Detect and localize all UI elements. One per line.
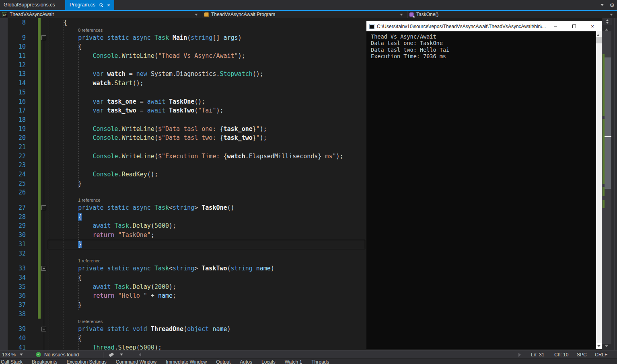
panel-tab-autos[interactable]: Autos xyxy=(240,359,252,364)
tab-globalsuppressions[interactable]: GlobalSuppressions.cs xyxy=(0,0,62,10)
health-check-icon: ✓ xyxy=(36,352,41,357)
code-line[interactable]: 15 xyxy=(0,88,367,97)
maximize-button[interactable] xyxy=(565,21,583,31)
codelens-references[interactable]: 1 reference xyxy=(78,258,101,263)
code-line[interactable]: 26 xyxy=(0,188,367,197)
code-line[interactable]: 37 } xyxy=(0,301,367,310)
scroll-up-icon[interactable] xyxy=(605,27,608,31)
panel-tab-command-window[interactable]: Command Window xyxy=(116,359,156,364)
zoom-level: 133 % xyxy=(2,352,16,358)
fold-collapse-icon[interactable]: – xyxy=(41,205,46,210)
code-line[interactable]: 10 { xyxy=(0,42,367,51)
code-line[interactable]: 12 xyxy=(0,61,367,70)
scroll-right-icon[interactable] xyxy=(518,353,523,357)
code-line[interactable]: 36 return "Hello " + name; xyxy=(0,291,367,301)
code-line[interactable]: 40 { xyxy=(0,334,367,343)
scrollbar-thumb[interactable] xyxy=(605,57,611,189)
code-line[interactable]: 19 Console.WriteLine($"Data tasl one: {t… xyxy=(0,125,367,134)
type-dropdown[interactable]: TheadVsAsyncAwait.Program xyxy=(202,11,407,18)
panel-tab-output[interactable]: Output xyxy=(216,359,230,364)
codelens-references[interactable]: 0 references xyxy=(78,319,103,324)
console-scrollbar[interactable] xyxy=(596,31,602,349)
code-line[interactable]: 16 var task_one = await TaskOne(); xyxy=(0,97,367,106)
codelens-row[interactable]: 0 references xyxy=(0,319,367,325)
fold-collapse-icon[interactable]: – xyxy=(41,35,46,40)
code-line[interactable]: 24 Console.ReadKey(); xyxy=(0,170,367,179)
fold-collapse-icon[interactable]: – xyxy=(41,327,46,331)
code-line[interactable]: 29 await Task.Delay(5000); xyxy=(0,221,367,231)
indent-mode-indicator[interactable]: SPC xyxy=(577,352,595,358)
panel-tab-call-stack[interactable]: Call Stack xyxy=(1,359,23,364)
project-name: TheadVsAsyncAwait xyxy=(10,12,54,17)
console-window[interactable]: C:\Users\tainv10\source\repos\TheadVsAsy… xyxy=(366,21,602,349)
scroll-up-icon[interactable] xyxy=(596,33,600,36)
code-rows: 8 {0 references9– private static async T… xyxy=(0,18,367,350)
code-line[interactable]: 9– private static async Task Main(string… xyxy=(0,33,367,43)
code-line[interactable]: 17 var task_two = await TaskTwo("Tai"); xyxy=(0,106,367,115)
member-dropdown[interactable]: TaskOne() xyxy=(407,11,617,18)
code-line[interactable]: 35 await Task.Delay(2000); xyxy=(0,282,367,292)
line-ending-indicator[interactable]: CRLF xyxy=(595,352,609,358)
code-line[interactable]: 33– private static async Task<string> Ta… xyxy=(0,264,367,273)
code-line[interactable]: 28 { xyxy=(0,213,367,222)
panel-tab-locals[interactable]: Locals xyxy=(261,359,276,364)
scroll-down-icon[interactable] xyxy=(605,345,608,349)
health-text[interactable]: No issues found xyxy=(44,352,79,358)
code-line[interactable]: 18 xyxy=(0,115,367,125)
code-line[interactable]: 41 Thread.Sleep(5000); xyxy=(0,343,367,350)
console-line: Data tasl two: Hello Tai xyxy=(371,47,596,53)
line-number: 30 xyxy=(7,231,26,240)
chevron-down-icon[interactable] xyxy=(120,354,123,357)
document-tab-bar: GlobalSuppressions.cs Program.cs × ⚙ xyxy=(0,0,617,10)
console-title-bar[interactable]: C:\Users\tainv10\source\repos\TheadVsAsy… xyxy=(366,21,602,31)
close-tab-icon[interactable]: × xyxy=(107,3,110,7)
code-line[interactable]: 22 Console.WriteLine($"Execution Time: {… xyxy=(0,152,367,161)
project-dropdown[interactable]: C# TheadVsAsyncAwait xyxy=(0,11,202,18)
gear-icon[interactable]: ⚙ xyxy=(609,2,615,8)
codelens-row[interactable]: 1 reference xyxy=(0,258,367,264)
panel-tab-exception-settings[interactable]: Exception Settings xyxy=(66,359,106,364)
code-line[interactable]: 21 xyxy=(0,143,367,152)
navigation-bar: C# TheadVsAsyncAwait TheadVsAsyncAwait.P… xyxy=(0,11,617,18)
tab-program-active[interactable]: Program.cs × xyxy=(65,0,114,10)
code-line[interactable]: 30 return "TaskOne"; xyxy=(0,231,367,240)
code-line[interactable]: 8 { xyxy=(0,18,367,27)
code-line[interactable]: 31 } xyxy=(0,240,367,249)
close-button[interactable]: × xyxy=(583,21,602,31)
panel-tab-threads[interactable]: Threads xyxy=(311,359,329,364)
code-line[interactable]: 25 } xyxy=(0,179,367,188)
code-line[interactable]: 34 { xyxy=(0,273,367,282)
code-line[interactable]: 14 watch.Start(); xyxy=(0,79,367,88)
minimize-button[interactable]: – xyxy=(546,21,565,31)
codelens-references[interactable]: 0 references xyxy=(78,28,103,33)
code-line[interactable]: 38 xyxy=(0,310,367,319)
scroll-down-button[interactable] xyxy=(596,343,602,349)
line-number: 29 xyxy=(7,221,26,231)
split-down-arrow-icon xyxy=(606,22,609,25)
console-scrollbar-thumb[interactable] xyxy=(596,37,602,43)
split-editor-handle[interactable] xyxy=(603,18,612,25)
zoom-control[interactable]: 133 % xyxy=(0,352,27,358)
panel-tab-watch-1[interactable]: Watch 1 xyxy=(285,359,302,364)
code-line[interactable]: 20 Console.WriteLine($"Data tasl two: {t… xyxy=(0,133,367,143)
code-line[interactable]: 27– private static async Task<string> Ta… xyxy=(0,203,367,213)
code-line[interactable]: 32 xyxy=(0,249,367,258)
code-line[interactable]: 39– private static void ThreadOne(object… xyxy=(0,325,367,334)
scroll-left-icon[interactable] xyxy=(137,353,141,357)
tab-list-chevron-icon[interactable] xyxy=(601,4,604,8)
codelens-row[interactable]: 1 reference xyxy=(0,197,367,203)
tab-label: Program.cs xyxy=(70,0,95,10)
codelens-references[interactable]: 1 reference xyxy=(78,198,101,202)
fold-collapse-icon[interactable]: – xyxy=(41,266,46,271)
codelens-row[interactable]: 0 references xyxy=(0,27,367,33)
panel-tab-breakpoints[interactable]: Breakpoints xyxy=(32,359,57,364)
code-line[interactable]: 13 var watch = new System.Diagnostics.St… xyxy=(0,70,367,79)
code-line[interactable]: 11 Console.WriteLine("Thead Vs Async/Awa… xyxy=(0,51,367,61)
editor-scrollbar[interactable] xyxy=(602,18,611,350)
split-up-arrow-icon xyxy=(606,18,609,21)
eraser-icon[interactable] xyxy=(109,352,113,357)
column-indicator: Ch: 10 xyxy=(554,352,577,358)
pin-icon[interactable] xyxy=(99,3,103,7)
panel-tab-immediate-window[interactable]: Immediate Window xyxy=(166,359,207,364)
code-line[interactable]: 23 xyxy=(0,161,367,170)
